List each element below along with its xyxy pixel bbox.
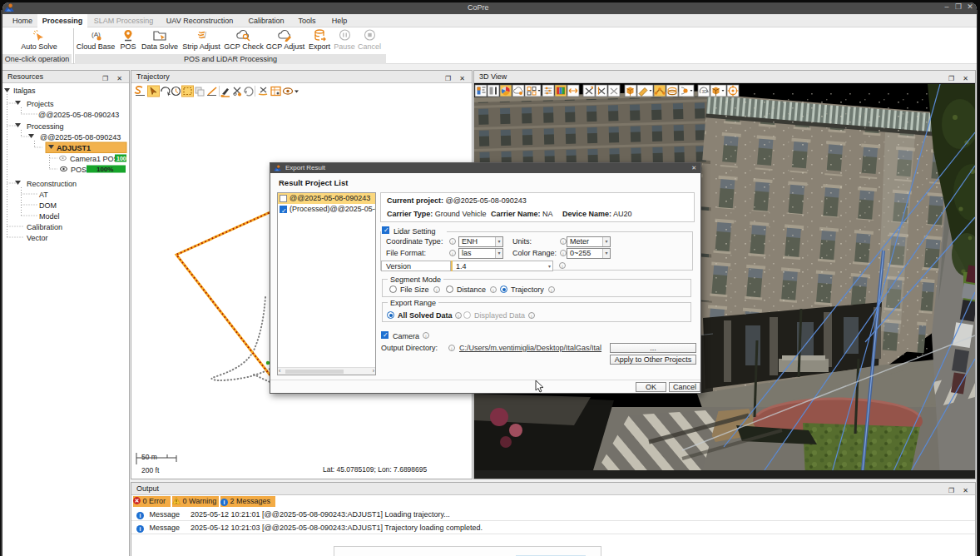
svg-text:DOM: DOM bbox=[39, 201, 57, 210]
svg-text:Processing: Processing bbox=[27, 122, 64, 131]
svg-text:AT: AT bbox=[39, 191, 48, 199]
svg-text:3D: 3D bbox=[702, 89, 708, 94]
svg-text:@@2025-05-08-090243: @@2025-05-08-090243 bbox=[40, 133, 121, 141]
svg-text:Lat: 45.0785109; Lon: 7.689869: Lat: 45.0785109; Lon: 7.6898695 bbox=[323, 465, 428, 474]
svg-text:@@2025-05-08-090243: @@2025-05-08-090243 bbox=[38, 111, 119, 119]
svg-text:Italgas: Italgas bbox=[13, 87, 36, 95]
svg-text:200 ft: 200 ft bbox=[141, 466, 160, 474]
svg-text:100: 100 bbox=[116, 156, 126, 161]
svg-text:ADJUST1: ADJUST1 bbox=[57, 144, 91, 152]
svg-text:POS: POS bbox=[71, 166, 87, 174]
svg-text:100%: 100% bbox=[97, 166, 113, 173]
svg-text:Projects: Projects bbox=[27, 100, 54, 108]
svg-text:50 m: 50 m bbox=[141, 453, 157, 461]
svg-text:Model: Model bbox=[39, 212, 60, 221]
svg-text:Vector: Vector bbox=[27, 234, 48, 242]
svg-text:Calibration: Calibration bbox=[27, 223, 62, 231]
svg-text:Reconstruction: Reconstruction bbox=[27, 180, 77, 188]
svg-text:Camera1 POS: Camera1 POS bbox=[70, 155, 119, 163]
